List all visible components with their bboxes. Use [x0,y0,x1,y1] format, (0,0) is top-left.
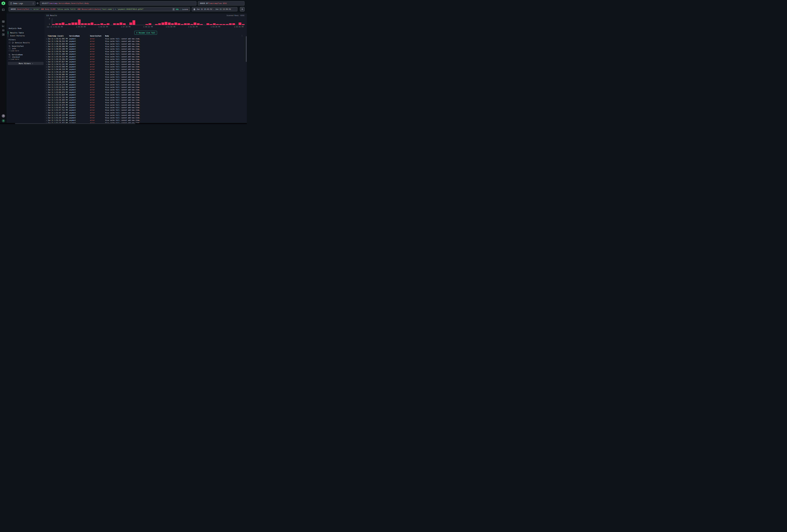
histogram-bar[interactable] [123,19,126,25]
column-resize-handle[interactable]: ⋮ [68,35,69,37]
histogram-bar[interactable] [78,19,81,25]
histogram-bar[interactable] [216,19,219,25]
more-filters-button[interactable]: More filters [8,62,44,65]
histogram-bar[interactable] [197,19,199,25]
histogram-chart[interactable] [52,19,244,25]
histogram-bar[interactable] [229,19,232,25]
histogram-bar[interactable] [162,19,164,25]
table-options-menu-icon[interactable]: ⋮ [241,35,243,37]
histogram-bar[interactable] [120,19,122,25]
expand-row-icon[interactable] [46,115,47,116]
load-more-servicename[interactable]: Load more [9,58,19,60]
column-header-servicename[interactable]: ServiceName [69,35,80,37]
table-row[interactable]: Jun 11 1:54:09.906 PM payment error Visa… [45,73,247,76]
expand-row-icon[interactable] [46,46,47,47]
histogram-bar[interactable] [136,19,139,25]
expand-row-icon[interactable] [46,100,47,101]
histogram-bar[interactable] [207,19,209,25]
expand-row-icon[interactable] [46,38,47,39]
table-row[interactable]: Jun 11 1:56:08.948 PM payment error Visa… [45,45,247,48]
table-row[interactable]: Jun 11 1:52:25.630 PM payment error Visa… [45,101,247,104]
load-more-severitytext[interactable]: Load more [9,50,19,51]
expand-row-icon[interactable] [46,94,47,95]
histogram-bar[interactable] [68,19,71,25]
expand-row-icon[interactable] [46,41,47,42]
expand-row-icon[interactable] [46,43,47,44]
expand-row-icon[interactable] [46,79,47,80]
table-row[interactable]: Jun 11 1:54:26.230 PM payment error Visa… [45,71,247,73]
histogram-bar[interactable] [142,19,145,25]
histogram-bar[interactable] [155,19,158,25]
expand-row-icon[interactable] [46,110,47,111]
histogram-bar[interactable] [104,19,106,25]
histogram-bar[interactable] [113,19,116,25]
where-input[interactable]: WHERE SeverityText = 'error' AND Body IL… [9,7,190,11]
table-row[interactable]: Jun 11 1:54:40.218 PM payment error Visa… [45,68,247,71]
histogram-bar[interactable] [101,19,103,25]
table-row[interactable]: Jun 11 1:52:35.232 PM payment error Visa… [45,96,247,99]
table-row[interactable]: Jun 11 1:54:52.241 PM payment error Visa… [45,63,247,66]
histogram-bar[interactable] [222,19,225,25]
histogram-bar[interactable] [71,19,74,25]
histogram-bar[interactable] [174,19,177,25]
expand-row-icon[interactable] [46,102,47,103]
histogram-bar[interactable] [213,19,216,25]
histogram-bar[interactable] [126,19,129,25]
histogram-bar[interactable] [107,19,109,25]
chart-explorer-icon[interactable] [2,25,4,27]
histogram-bar[interactable] [177,19,180,25]
table-row[interactable]: Jun 11 1:56:32.843 PM payment error Visa… [45,43,247,45]
search-logs-icon[interactable] [2,20,4,23]
select-input[interactable]: SELECT Timestamp, ServiceName, SeverityT… [40,1,196,5]
sidebar-toggle-icon[interactable] [2,8,4,11]
table-row[interactable]: Jun 11 1:53:00.676 PM payment error Visa… [45,91,247,94]
histogram-bar[interactable] [97,19,100,25]
histogram-bar[interactable] [239,19,241,25]
expand-row-icon[interactable] [46,59,47,60]
table-row[interactable]: Jun 11 1:52:51.824 PM payment error Visa… [45,94,247,96]
histogram-bar[interactable] [94,19,97,25]
table-row[interactable]: Jun 11 1:55:51.448 PM payment error Visa… [45,53,247,56]
histogram-bar[interactable] [65,19,68,25]
tab-results-table[interactable]: Results Table [8,31,42,34]
client-sessions-icon[interactable] [2,29,4,31]
histogram-bar[interactable] [171,19,174,25]
lucene-mode-toggle[interactable]: Lucene [182,8,188,10]
expand-row-icon[interactable] [46,92,47,93]
histogram-bar[interactable] [59,19,61,25]
expand-row-icon[interactable] [46,54,47,55]
expand-row-icon[interactable] [46,118,47,119]
table-row[interactable]: Jun 11 1:51:31.415 PM payment error Visa… [45,119,247,122]
expand-row-icon[interactable] [46,69,47,70]
histogram-bar[interactable] [232,19,235,25]
run-query-button[interactable] [240,7,244,11]
source-select[interactable]: Demo Logs [9,1,36,5]
tab-event-patterns[interactable]: Event Patterns [8,34,42,37]
table-row[interactable]: Jun 11 1:55:39.324 PM payment error Visa… [45,56,247,58]
expand-row-icon[interactable] [46,82,47,83]
histogram-bar[interactable] [129,19,132,25]
histogram-bar[interactable] [132,19,135,25]
expand-row-icon[interactable] [46,74,47,75]
histogram-bar[interactable] [190,19,193,25]
table-row[interactable]: Jun 11 1:52:02.581 PM payment error Visa… [45,106,247,109]
table-row[interactable]: Jun 11 1:55:59.760 PM payment error Visa… [45,50,247,53]
info-checkbox[interactable] [9,47,10,49]
expand-row-icon[interactable] [46,61,47,62]
table-row[interactable]: Jun 11 1:51:43.121 PM payment error Visa… [45,114,247,116]
table-row[interactable]: Jun 11 1:54:43.948 PM payment error Visa… [45,66,247,68]
column-header-body[interactable]: Body [105,35,109,37]
table-row[interactable]: Jun 11 1:55:16.296 PM payment error Visa… [45,58,247,61]
histogram-bar[interactable] [152,19,154,25]
table-row[interactable]: Jun 11 1:56:03.248 PM payment error Visa… [45,48,247,50]
table-row[interactable]: Jun 11 1:53:05.578 PM payment error Visa… [45,89,247,91]
sql-mode-toggle[interactable]: SQL [176,8,179,10]
histogram-bar[interactable] [181,19,184,25]
checkout-checkbox[interactable] [9,56,10,58]
source-settings-gear-icon[interactable]: ⚙ [36,1,39,5]
table-row[interactable]: Jun 11 1:52:19.473 PM payment error Visa… [45,104,247,106]
histogram-bar[interactable] [110,19,113,25]
histogram-bar[interactable] [187,19,190,25]
table-row[interactable]: Jun 11 1:53:41.873 PM payment error Visa… [45,78,247,81]
orderby-input[interactable]: ORDER BY TimestampTime DESC [198,1,244,5]
